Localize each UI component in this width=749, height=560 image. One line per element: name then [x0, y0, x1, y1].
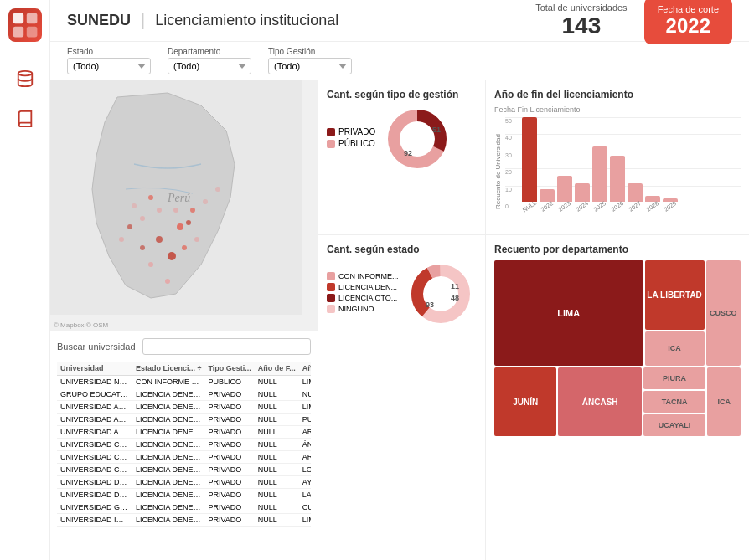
bar-column: 2026: [610, 117, 625, 209]
bar-rect: [540, 189, 555, 202]
bar-column: 2025: [592, 117, 607, 209]
svg-point-14: [194, 237, 199, 242]
treemap-col2: LA LIBERTAD ICA: [645, 260, 705, 366]
table-cell: LORETO: [299, 464, 311, 476]
table-row[interactable]: UNIVERSIDAD CIENCIAS DE LA SAL...LICENCI…: [57, 451, 311, 464]
licencia-den-label: LICENCIA DEN...: [338, 283, 397, 291]
main-content: SUNEDU | Licenciamiento institucional To…: [50, 0, 749, 560]
table-cell: AREQUIPA: [299, 426, 311, 439]
sidebar: [0, 0, 50, 560]
table-row[interactable]: GRUPO EDUCATIVO UNIVERSIDAD ...LICENCIA …: [57, 388, 311, 401]
bars: NULL20222023202420252026202720282029: [522, 117, 741, 209]
bars-container: 50 40 30 20 10 0 NULL2022202320242025202…: [505, 117, 741, 226]
map-credit: © Mapbox © OSM: [54, 321, 108, 329]
table-cell: LICENCIA DENEGA...: [132, 401, 204, 414]
sidebar-icon-book[interactable]: [10, 104, 40, 134]
table-cell: LICENCIA DENEGA...: [132, 527, 204, 530]
estado-legend: CON INFORME... LICENCIA DEN... LICENCIA …: [327, 272, 399, 316]
treemap-lima: LIMA: [494, 260, 643, 366]
table-row[interactable]: UNIVERSIDAD GLOBAL DEL CUSCO...LICENCIA …: [57, 501, 311, 514]
filter-departamento: Departamento (Todo): [168, 47, 251, 74]
filters-bar: Estado (Todo) Departamento (Todo) Tipo G…: [50, 42, 749, 80]
left-panel: Perú © Mapbox © OSM Buscar universidad U…: [50, 80, 318, 560]
bar-column: 2023: [557, 117, 572, 209]
fecha-value: 2022: [658, 14, 719, 38]
departamento-select[interactable]: (Todo): [168, 58, 251, 74]
right-panel: Cant. según tipo de gestión PRIVADO PÚBL…: [318, 80, 749, 560]
bar-rect: [610, 156, 625, 202]
table-cell: NULL: [255, 426, 299, 439]
table-scroll[interactable]: Universidad Estado Licenci... ÷ Tipo Ges…: [57, 362, 311, 529]
svg-point-18: [140, 216, 145, 221]
treemap-col-right: PIURA TACNA UCAYALI: [643, 367, 705, 436]
tipo-select[interactable]: (Todo): [268, 58, 352, 74]
table-cell: LICENCIA DENEGA...: [132, 476, 204, 489]
org-name: SUNEDU: [67, 12, 131, 29]
svg-point-16: [173, 208, 178, 213]
legend-ninguno: NINGUNO: [327, 305, 399, 313]
treemap-piura: PIURA: [643, 367, 705, 389]
tipo-label: Tipo Gestión: [268, 47, 352, 56]
table-cell: NULL: [255, 489, 299, 501]
bar-chart-inner: 50 40 30 20 10 0 NULL2022202320242025202…: [505, 117, 741, 226]
svg-point-15: [186, 220, 191, 225]
bar-chart-title: Año de fin del licenciamiento: [494, 89, 741, 100]
search-row: Buscar universidad: [57, 338, 311, 355]
table-cell: PRIVADO: [204, 401, 254, 414]
estado-select[interactable]: (Todo): [67, 58, 151, 74]
table-row[interactable]: UNIVERSIDAD INCA GARCILASO D...LICENCIA …: [57, 514, 311, 527]
table-row[interactable]: UNIVERSIDAD NACIONAL TECNOL...CON INFORM…: [57, 376, 311, 388]
table-cell: LICENCIA DENEGA...: [132, 388, 204, 401]
bar-rect: [628, 183, 643, 202]
table-cell: NULL: [255, 401, 299, 414]
table-row[interactable]: UNIVERSIDAD ANDINA NÉSTOR CÁ...LICENCIA …: [57, 414, 311, 426]
donut-svg-tipo: 51 92: [384, 105, 451, 172]
table-cell: PRIVADO: [204, 426, 254, 439]
table-cell: PRIVADO: [204, 501, 254, 514]
legend-con-informe: CON INFORME...: [327, 272, 399, 280]
svg-text:93: 93: [426, 301, 434, 309]
bar-chart-area: Recuento de Universidad 50 40 30 20 10: [494, 117, 741, 226]
col-tipo[interactable]: Tipo Gesti...: [204, 362, 254, 376]
svg-text:92: 92: [404, 149, 412, 157]
page-title: Licenciamiento institucional: [155, 12, 338, 29]
table-cell: NULL: [255, 501, 299, 514]
table-cell: LICENCIA DENEGA...: [132, 464, 204, 476]
svg-point-7: [156, 236, 163, 243]
bar-rect: [592, 146, 607, 202]
sidebar-icon-database[interactable]: [10, 64, 40, 94]
table-cell: LICENCIA DENEGA...: [132, 514, 204, 527]
table-row[interactable]: UNIVERSIDAD INTERAMERICANA ...LICENCIA D…: [57, 527, 311, 530]
fecha-label: Fecha de corte: [658, 4, 719, 14]
bar-column: 2022: [540, 117, 555, 209]
table-row[interactable]: UNIVERSIDAD ALAS PERUANAS S.A.LICENCIA D…: [57, 401, 311, 414]
table-cell: AREQUIPA: [299, 451, 311, 464]
svg-text:11: 11: [451, 282, 459, 290]
table-row[interactable]: UNIVERSIDAD CIENTÍFICA DEL PER...LICENCI…: [57, 464, 311, 476]
col-anio-f1[interactable]: Año de F...: [255, 362, 299, 376]
filter-tipo: Tipo Gestión (Todo): [268, 47, 352, 74]
estado-title: Cant. según estado: [327, 244, 477, 255]
bar-label: 2025: [593, 200, 607, 213]
treemap-cusco: CUSCO: [706, 260, 741, 366]
table-cell: LIMA: [299, 401, 311, 414]
search-input[interactable]: [142, 338, 311, 355]
table-cell: LICENCIA DENEGA...: [132, 426, 204, 439]
table-row[interactable]: UNIVERSIDAD AUTÓNOMA SAN FR...LICENCIA D…: [57, 426, 311, 439]
table-cell: CUSCO: [299, 501, 311, 514]
table-row[interactable]: UNIVERSIDAD CATÓLICA LOS ÁNG...LICENCIA …: [57, 439, 311, 451]
treemap: LIMA LA LIBERTAD ICA CUSCO JUNÍN: [494, 260, 741, 436]
col-universidad[interactable]: Universidad: [57, 362, 132, 376]
table-cell: LIMA: [299, 376, 311, 388]
table-cell: CON INFORME DE ...: [132, 376, 204, 388]
col-anio-f2[interactable]: Año de F...: [299, 362, 311, 376]
bar-rect: [522, 117, 537, 202]
table-row[interactable]: UNIVERSIDAD DE LAMBAYEQUE S...LICENCIA D…: [57, 489, 311, 501]
table-cell: UNIVERSIDAD CIENCIAS DE LA SAL...: [57, 451, 132, 464]
table-cell: LICENCIA DENEGA...: [132, 439, 204, 451]
svg-point-19: [127, 224, 132, 229]
col-estado[interactable]: Estado Licenci... ÷: [132, 362, 204, 376]
table-row[interactable]: UNIVERSIDAD DE AYACUCHO FED...LICENCIA D…: [57, 476, 311, 489]
bar-label: 2024: [576, 200, 590, 213]
bar-column: 2028: [645, 117, 660, 209]
